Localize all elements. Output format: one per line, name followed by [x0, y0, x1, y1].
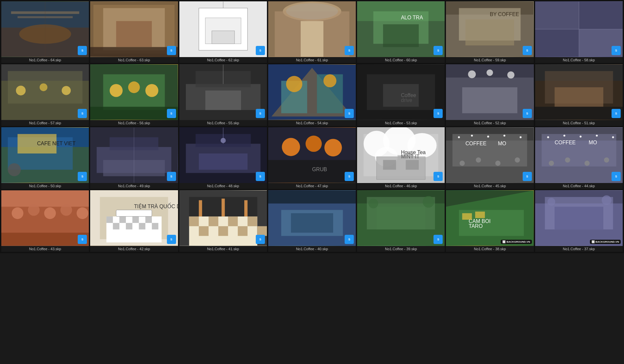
svg-rect-175: [244, 200, 248, 216]
svg-point-43: [62, 86, 71, 95]
grid-item-59[interactable]: BY COFFEE S No1.Coffee - 59.skp: [446, 1, 533, 63]
svg-rect-192: [462, 213, 472, 220]
svg-rect-9: [116, 21, 152, 47]
thumbnail-49: S: [90, 127, 178, 183]
svg-rect-193: [475, 212, 485, 218]
svg-text:BY COFFEE: BY COFFEE: [490, 11, 519, 17]
thumbnail-63: S: [90, 1, 178, 57]
item-label-63: No1.Coffee - 63.skp: [90, 57, 178, 63]
svg-rect-158: [139, 223, 146, 230]
svg-point-146: [60, 204, 72, 216]
svg-rect-153: [119, 216, 126, 223]
thumbnail-45: COFFEE MO S: [446, 127, 533, 183]
svg-rect-164: [189, 216, 199, 226]
thumbnail-58: S: [535, 1, 623, 57]
svg-rect-32: [535, 2, 579, 29]
thumbnail-62: S: [179, 1, 267, 57]
sketchup-badge: S: [78, 235, 87, 244]
grid-item-48[interactable]: S No1.Coffee - 48.skp: [179, 127, 267, 189]
svg-rect-53: [205, 91, 241, 110]
grid-item-60[interactable]: ALO TRA S No1.Coffee - 60.skp: [357, 1, 445, 63]
sketchup-badge: S: [167, 46, 176, 55]
grid-item-37[interactable]: ⬜ BACKGROUND.VN No1.Coffee - 37.skp: [535, 190, 623, 252]
svg-point-126: [520, 136, 522, 138]
grid-item-38[interactable]: CAM BOI TARO ⬜ BACKGROUND.VN No1.Coffee …: [446, 190, 533, 252]
grid-item-41[interactable]: S No1.Coffee - 41.skp: [179, 190, 267, 252]
grid-item-63[interactable]: S No1.Coffee - 63.skp: [90, 1, 178, 63]
item-label-64: No1.Coffee - 64.skp: [1, 57, 89, 63]
svg-point-138: [579, 136, 581, 138]
svg-point-144: [28, 204, 40, 216]
grid-item-57[interactable]: S No1.Coffee - 57.skp: [1, 64, 89, 126]
item-label-40: No1.Coffee - 40.skp: [268, 246, 356, 252]
svg-point-123: [471, 135, 473, 137]
grid-item-64[interactable]: S No1.Coffee - 64.skp: [1, 1, 89, 63]
thumbnail-47: GRUB S: [268, 127, 356, 183]
item-label-52: No1.Coffee - 52.skp: [446, 120, 533, 126]
thumbnail-43: S: [1, 190, 89, 246]
svg-rect-110: [406, 160, 419, 170]
svg-point-97: [282, 138, 300, 156]
grid-item-58[interactable]: S No1.Coffee - 58.skp: [535, 1, 623, 63]
grid-item-45[interactable]: COFFEE MO S No1.Coffee - 45.skp: [446, 127, 533, 189]
item-label-54: No1.Coffee - 54.skp: [268, 120, 356, 126]
grid-item-53[interactable]: Coffee drive S No1.Coffee - 53.skp: [357, 64, 445, 126]
grid-item-43[interactable]: S No1.Coffee - 43.skp: [1, 190, 89, 252]
grid-item-44[interactable]: COFFEE MO S No1.Coffee - 44.skp: [535, 127, 623, 189]
svg-text:MO: MO: [589, 140, 597, 145]
item-label-55: No1.Coffee - 55.skp: [179, 120, 267, 126]
svg-rect-109: [383, 160, 396, 170]
thumbnail-48: S: [179, 127, 267, 183]
thumbnail-59: BY COFFEE S: [446, 1, 533, 57]
svg-point-61: [323, 74, 336, 88]
svg-rect-159: [152, 223, 158, 230]
grid-item-46[interactable]: House Tea MINT IT S No1.Coffee - 46.skp: [357, 127, 445, 189]
grid-item-40[interactable]: S No1.Coffee - 40.skp: [268, 190, 356, 252]
sketchup-badge: S: [345, 109, 354, 118]
item-label-56: No1.Coffee - 56.skp: [90, 120, 178, 126]
thumbnail-37: ⬜ BACKGROUND.VN: [535, 190, 623, 246]
svg-rect-76: [554, 87, 603, 107]
svg-rect-197: [554, 207, 603, 229]
thumbnail-41: S: [179, 190, 267, 246]
item-label-60: No1.Coffee - 60.skp: [357, 57, 445, 63]
grid-item-62[interactable]: S No1.Coffee - 62.skp: [179, 1, 267, 63]
sketchup-badge: S: [345, 172, 354, 181]
svg-rect-154: [132, 216, 139, 223]
thumbnail-53: Coffee drive S: [357, 64, 445, 120]
svg-point-198: [547, 198, 555, 206]
grid-item-54[interactable]: S No1.Coffee - 54.skp: [268, 64, 356, 126]
grid-item-49[interactable]: S No1.Coffee - 49.skp: [90, 127, 178, 189]
grid-item-42[interactable]: TIỆM TRÀ QUỐC DÂN S No1.Coffee - 42.skp: [90, 190, 178, 252]
item-label-48: No1.Coffee - 48.skp: [179, 183, 267, 189]
svg-rect-180: [268, 191, 356, 204]
grid-item-39[interactable]: S No1.Coffee - 39.skp: [357, 190, 445, 252]
sketchup-badge: S: [256, 109, 265, 118]
grid-item-50[interactable]: CAFE NET VIET S No1.Coffee - 50.skp: [1, 127, 89, 189]
sketchup-badge: S: [433, 46, 443, 55]
item-label-50: No1.Coffee - 50.skp: [1, 183, 89, 189]
thumbnail-51: S: [535, 64, 623, 120]
grid-item-51[interactable]: S No1.Coffee - 51.skp: [535, 64, 623, 126]
svg-point-132: [549, 161, 554, 166]
grid-item-56[interactable]: S No1.Coffee - 56.skp: [90, 64, 178, 126]
sketchup-badge: S: [345, 235, 354, 244]
svg-point-99: [324, 139, 342, 156]
grid-item-47[interactable]: GRUB S No1.Coffee - 47.skp: [268, 127, 356, 189]
sketchup-badge: S: [78, 109, 87, 118]
svg-point-136: [547, 136, 549, 138]
grid-item-61[interactable]: S No1.Coffee - 61.skp: [268, 1, 356, 63]
svg-rect-179: [291, 213, 333, 233]
grid-item-52[interactable]: S No1.Coffee - 52.skp: [446, 64, 533, 126]
thumbnail-46: House Tea MINT IT S: [357, 127, 445, 183]
svg-rect-30: [466, 19, 514, 45]
grid-item-55[interactable]: S No1.Coffee - 55.skp: [179, 64, 267, 126]
item-label-37: No1.Coffee - 37.skp: [535, 246, 623, 252]
svg-point-124: [487, 136, 489, 138]
svg-rect-20: [301, 21, 323, 57]
item-label-58: No1.Coffee - 58.skp: [535, 57, 623, 63]
svg-text:TARO: TARO: [469, 223, 483, 229]
svg-rect-77: [535, 107, 623, 120]
sketchup-badge: S: [167, 235, 176, 244]
svg-point-46: [110, 84, 123, 97]
